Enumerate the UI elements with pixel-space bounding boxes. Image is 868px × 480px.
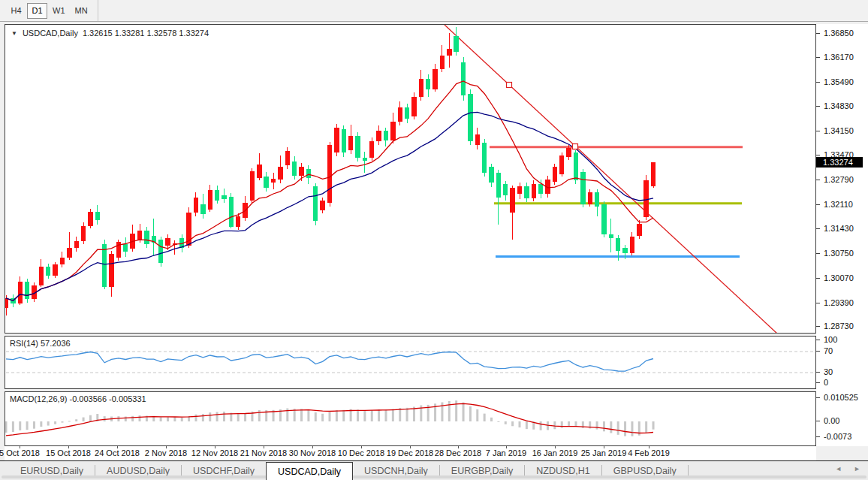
- time-axis-label: 28 Dec 2018: [435, 448, 481, 457]
- time-axis-label: 7 Jan 2019: [486, 448, 526, 457]
- rsi-label: RSI(14) 57.2036: [10, 339, 71, 348]
- price-tick-label: 1.28730: [824, 322, 854, 331]
- timeframe-tab-h4[interactable]: H4: [6, 3, 26, 19]
- price-tick-label-tick: [816, 228, 820, 229]
- rsi-tick-label-tick: [816, 340, 820, 340]
- time-axis: 5 Oct 201815 Oct 201824 Oct 20182 Nov 20…: [5, 446, 816, 460]
- price-tick-label-tick: [816, 106, 820, 107]
- toolbar-divider: [98, 0, 98, 21]
- price-tick-label-tick: [816, 180, 820, 180]
- main-chart-panel[interactable]: ▼ USDCAD,Daily 1.32615 1.33281 1.32578 1…: [5, 24, 816, 334]
- macd-tick-label: -0.0073: [824, 432, 851, 441]
- price-tick-label-tick: [816, 33, 820, 34]
- time-axis-label: 10 Dec 2018: [338, 448, 384, 457]
- current-price-tag: 1.33274: [816, 157, 863, 168]
- macd-tick-label: 0.00: [824, 416, 839, 425]
- price-tick-label-tick: [816, 57, 820, 58]
- trendline-handle-1[interactable]: [507, 83, 512, 88]
- tab-scroll-buttons: ◄ ►: [835, 465, 860, 472]
- mt4-chart-window: { "timeframe_bar": { "tabs": [ {"label":…: [0, 0, 868, 480]
- timeframe-tab-mn[interactable]: MN: [71, 3, 92, 19]
- price-tick-label: 1.36850: [824, 29, 854, 38]
- price-tick-label: 1.36170: [824, 53, 854, 62]
- time-axis-label: 25 Jan 2019: [581, 448, 627, 457]
- candles: [5, 27, 656, 315]
- rsi-tick-label: 30: [824, 367, 833, 376]
- price-axis: 1.368501.361701.354901.348301.341501.334…: [816, 24, 868, 446]
- time-axis-label: 16 Jan 2019: [532, 448, 578, 457]
- time-axis-label: 15 Oct 2018: [46, 448, 91, 457]
- price-tick-label-tick: [816, 303, 820, 303]
- symbol-tab-usdcad[interactable]: USDCAD,Daily: [266, 462, 353, 480]
- price-tick-label-tick: [816, 326, 820, 327]
- price-tick-label-tick: [816, 82, 820, 83]
- macd-label: MACD(12,26,9) -0.003566 -0.005331: [10, 394, 146, 403]
- time-axis-label: 21 Nov 2018: [240, 448, 287, 457]
- price-tick-label: 1.32110: [824, 200, 853, 209]
- macd-indicator-panel[interactable]: MACD(12,26,9) -0.003566 -0.005331: [5, 391, 816, 446]
- time-axis-label: 24 Oct 2018: [95, 448, 140, 457]
- price-tick-label: 1.29390: [824, 298, 854, 307]
- rsi-line: [6, 352, 653, 372]
- price-chart-canvas[interactable]: [5, 25, 815, 333]
- price-tick-label: 1.30070: [824, 273, 854, 282]
- timeframe-bar: H4D1W1MN: [0, 0, 868, 22]
- price-tick-label-tick: [816, 204, 820, 205]
- chart-dropdown-icon[interactable]: ▼: [11, 30, 17, 37]
- rsi-tick-label: 0: [824, 378, 828, 387]
- tab-scrollbar-track[interactable]: [2, 475, 866, 478]
- rsi-tick-label: 70: [824, 346, 833, 355]
- macd-tick-label-tick: [816, 397, 820, 398]
- rsi-tick-label-tick: [816, 372, 820, 373]
- tab-scroll-right-icon[interactable]: ►: [854, 465, 860, 472]
- rsi-tick-label-tick: [816, 351, 820, 352]
- rsi-canvas: [5, 337, 815, 388]
- timeframe-tab-d1[interactable]: D1: [27, 3, 47, 19]
- price-tick-label-tick: [816, 253, 820, 254]
- price-tick-label: 1.34150: [824, 126, 854, 135]
- price-tick-label-tick: [816, 131, 820, 131]
- chart-objects[interactable]: [445, 25, 777, 333]
- time-axis-label: 30 Nov 2018: [289, 448, 336, 457]
- tab-separator: [688, 465, 689, 475]
- tab-scroll-left-icon[interactable]: ◄: [835, 465, 842, 472]
- rsi-tick-label-tick: [816, 382, 820, 383]
- macd-tick-label-tick: [816, 421, 820, 421]
- macd-tick-label-tick: [816, 436, 820, 437]
- price-tick-label: 1.34830: [824, 101, 854, 110]
- price-tick-label: 1.35490: [824, 77, 854, 86]
- price-tick-label: 1.31430: [824, 224, 854, 233]
- time-axis-label: 2 Nov 2018: [145, 448, 187, 457]
- time-axis-label: 5 Oct 2018: [0, 448, 40, 457]
- time-axis-label: 19 Dec 2018: [387, 448, 433, 457]
- descending-trendline[interactable]: [445, 25, 777, 333]
- rsi-tick-label: 100: [824, 335, 837, 344]
- timeframe-tab-w1[interactable]: W1: [48, 3, 70, 19]
- chart-symbol-label: USDCAD,Daily: [23, 29, 78, 38]
- macd-histogram: [5, 400, 655, 436]
- macd-tick-label: 0.010525: [824, 393, 858, 402]
- time-axis-label: 12 Nov 2018: [191, 448, 238, 457]
- rsi-indicator-panel[interactable]: RSI(14) 57.2036: [5, 336, 816, 389]
- price-tick-label: 1.32790: [824, 175, 854, 184]
- price-tick-label: 1.30750: [824, 249, 854, 258]
- chart-ohlc-values: 1.32615 1.33281 1.32578 1.33274: [83, 29, 209, 38]
- chart-title: ▼ USDCAD,Daily 1.32615 1.33281 1.32578 1…: [11, 29, 209, 38]
- trendline-handle-2[interactable]: [573, 144, 578, 149]
- time-axis-label: 4 Feb 2019: [628, 448, 670, 457]
- price-tick-label-tick: [816, 278, 820, 279]
- price-tick-label-tick: [816, 155, 820, 155]
